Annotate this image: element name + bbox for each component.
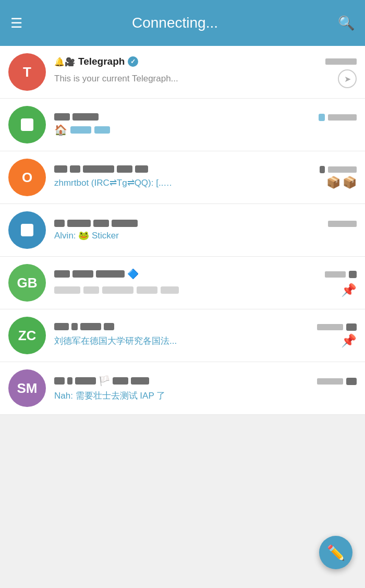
send-icon: ➤ xyxy=(338,69,357,88)
redacted-name-row: 🔷 xyxy=(54,268,139,280)
chat-content: 🔔🎥 Telegraph This is your current Telegr… xyxy=(54,56,357,88)
redacted-name-row xyxy=(54,323,114,330)
chat-time-redacted xyxy=(328,114,357,121)
chat-content: zhmrtbot (IRC⇌Tg⇌QQ): [..… 📦 📦 xyxy=(54,165,357,189)
chat-preview: This is your current Telegraph... xyxy=(54,74,178,84)
chat-item-telegraph[interactable]: T 🔔🎥 Telegraph This is your current Tele… xyxy=(0,46,365,99)
redacted-name-row: 🏳️ xyxy=(54,375,149,387)
avatar: O xyxy=(8,159,46,196)
chat-item-5[interactable]: GB 🔷 xyxy=(0,257,365,309)
chat-preview: Nah: 需要壮士去测试 IAP 了 xyxy=(54,390,165,402)
chat-time-redacted xyxy=(317,378,343,385)
redacted-block xyxy=(54,377,65,385)
chat-item-7[interactable]: SM 🏳️ Nah: 需要壮士去测试 IAP 了 xyxy=(0,362,365,415)
chat-meta xyxy=(325,58,357,65)
redacted-block xyxy=(137,286,157,294)
chat-preview: 刘德军在德国大学研究各国法... xyxy=(54,335,177,347)
chat-item-3[interactable]: O zhmrtbot (IRC⇌Tg⇌QQ): [..… 📦 xyxy=(0,151,365,204)
avatar: GB xyxy=(8,264,46,302)
redacted-block xyxy=(117,165,132,173)
redacted-block xyxy=(112,220,138,227)
redacted-block xyxy=(161,286,179,294)
redacted-block xyxy=(83,286,99,294)
name-icons: 🔔🎥 xyxy=(54,57,75,67)
redacted-block xyxy=(83,165,114,173)
chat-preview: Alvin: 🐸 Sticker xyxy=(54,230,119,241)
chat-meta xyxy=(320,166,357,173)
redacted-block xyxy=(346,378,357,385)
avatar: SM xyxy=(8,369,46,407)
chat-content: 🏠 xyxy=(54,113,357,136)
chat-time-redacted xyxy=(328,166,357,173)
app-bar: ☰ Connecting... 🔍 xyxy=(0,0,365,46)
redacted-block xyxy=(96,270,125,278)
chat-time-redacted xyxy=(328,221,357,227)
chat-time-redacted xyxy=(317,324,343,330)
search-icon[interactable]: 🔍 xyxy=(338,15,355,31)
redacted-block xyxy=(75,377,96,385)
chat-meta xyxy=(317,378,357,385)
redacted-block xyxy=(54,270,70,278)
redacted-block xyxy=(72,113,99,121)
redacted-block xyxy=(71,323,78,330)
avatar xyxy=(8,106,46,143)
redacted-block xyxy=(94,126,110,134)
chat-list: T 🔔🎥 Telegraph This is your current Tele… xyxy=(0,46,365,415)
redacted-name-row xyxy=(54,165,148,173)
chat-meta xyxy=(328,221,357,227)
chat-time-redacted xyxy=(325,58,357,65)
redacted-name-row xyxy=(54,113,99,121)
redacted-block xyxy=(135,165,148,173)
chat-meta xyxy=(317,323,357,331)
redacted-block xyxy=(72,270,93,278)
redacted-block xyxy=(67,377,72,385)
verified-badge xyxy=(128,56,138,67)
unread-dot xyxy=(319,114,325,121)
avatar: T xyxy=(8,53,46,91)
chat-content: 🔷 📌 xyxy=(54,268,357,297)
redacted-block xyxy=(113,377,128,385)
redacted-block xyxy=(54,323,69,330)
redacted-block xyxy=(54,113,70,121)
chat-preview: zhmrtbot (IRC⇌Tg⇌QQ): [..… xyxy=(54,177,172,188)
chat-meta xyxy=(319,114,357,121)
redacted-block xyxy=(320,166,325,173)
chat-item-4[interactable]: Alvin: 🐸 Sticker xyxy=(0,204,365,257)
redacted-block xyxy=(67,220,91,227)
app-bar-title: Connecting... xyxy=(12,15,338,31)
compose-fab[interactable]: ✏️ xyxy=(319,536,352,569)
redacted-block xyxy=(70,126,91,134)
chat-meta xyxy=(325,271,357,278)
redacted-block xyxy=(102,286,133,294)
chat-item-2[interactable]: 🏠 xyxy=(0,99,365,151)
chat-content: 刘德军在德国大学研究各国法... 📌 xyxy=(54,323,357,348)
redacted-block xyxy=(131,377,149,385)
redacted-block xyxy=(93,220,109,227)
redacted-block xyxy=(104,323,114,330)
avatar: ZC xyxy=(8,317,46,354)
redacted-block xyxy=(54,286,80,294)
redacted-block xyxy=(54,220,65,227)
chat-name: Telegraph xyxy=(78,56,125,67)
chat-time-redacted xyxy=(325,271,346,278)
chat-content: Alvin: 🐸 Sticker xyxy=(54,220,357,241)
chat-item-6[interactable]: ZC 刘德军在德国大学研究各国法... 📌 xyxy=(0,309,365,362)
redacted-block xyxy=(80,323,101,330)
redacted-block xyxy=(346,323,357,331)
redacted-block xyxy=(349,271,357,278)
redacted-name-row xyxy=(54,220,138,227)
redacted-block xyxy=(54,165,67,173)
chat-content: 🏳️ Nah: 需要壮士去测试 IAP 了 xyxy=(54,375,357,402)
avatar xyxy=(8,211,46,249)
redacted-block xyxy=(70,165,80,173)
